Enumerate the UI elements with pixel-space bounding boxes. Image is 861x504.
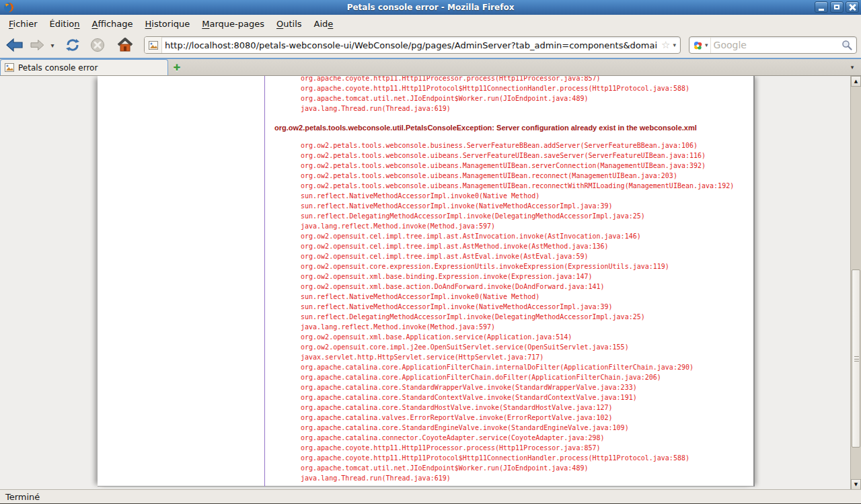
chevron-down-icon: ▾ xyxy=(50,42,54,49)
stack-trace-line: java.lang.Thread.run(Thread.java:619) xyxy=(265,103,753,114)
tab-petals-console-error[interactable]: Petals console error xyxy=(0,59,168,75)
forward-button[interactable] xyxy=(27,34,47,56)
menu-item-edition[interactable]: Édition xyxy=(44,17,86,31)
scroll-up-button[interactable]: ▲ xyxy=(851,76,861,87)
stack-trace-line: org.ow2.opensuit.core.impl.j2ee.OpenSuit… xyxy=(265,342,753,352)
stack-trace-line: org.ow2.petals.tools.webconsole.uibeans.… xyxy=(265,161,753,171)
stack-trace-line: sun.reflect.DelegatingMethodAccessorImpl… xyxy=(265,312,753,322)
back-history-dropdown[interactable]: ▾ xyxy=(47,34,58,56)
search-bar[interactable]: ▾ xyxy=(689,36,857,54)
stack-trace-line: sun.reflect.NativeMethodAccessorImpl.inv… xyxy=(265,191,753,201)
stack-trace-line: org.ow2.opensuit.xml.base.Application.se… xyxy=(265,332,753,342)
back-button[interactable] xyxy=(3,34,27,56)
back-arrow-icon xyxy=(6,38,24,52)
stack-trace-line: org.ow2.petals.tools.webconsole.uibeans.… xyxy=(265,171,753,181)
menu-item-aide[interactable]: Aide xyxy=(308,17,340,31)
menu-item-marque-pages[interactable]: Marque-pages xyxy=(196,17,270,31)
close-icon xyxy=(849,4,856,11)
stack-trace-line: org.apache.catalina.core.StandardContext… xyxy=(265,392,753,403)
minimize-button[interactable] xyxy=(815,1,828,13)
bookmark-star-icon[interactable]: ☆ xyxy=(660,39,671,51)
stack-trace-line: org.apache.coyote.http11.Http11Protocol$… xyxy=(265,453,753,463)
scroll-up-icon: ▲ xyxy=(854,79,858,84)
stack-trace-line: org.ow2.opensuit.xml.base.action.DoAndFo… xyxy=(265,282,753,292)
title-bar[interactable]: Petals console error - Mozilla Firefox xyxy=(0,0,861,15)
menu-bar: FichierÉditionAffichageHistoriqueMarque-… xyxy=(0,15,861,32)
stack-trace-line: org.apache.catalina.connector.CoyoteAdap… xyxy=(265,433,753,443)
stop-button[interactable] xyxy=(86,34,109,56)
url-input[interactable] xyxy=(162,38,660,52)
search-input[interactable] xyxy=(711,38,840,52)
browser-viewport: org.apache.coyote.http11.Http11Processor… xyxy=(0,75,861,489)
search-engine-button[interactable]: ▾ xyxy=(689,37,711,53)
stack-trace-line: sun.reflect.DelegatingMethodAccessorImpl… xyxy=(265,211,753,221)
stop-icon xyxy=(90,38,105,52)
vertical-scrollbar[interactable]: ▲ ▼ xyxy=(850,76,861,489)
stack-trace-line: java.lang.reflect.Method.invoke(Method.j… xyxy=(265,221,753,231)
menu-item-affichage[interactable]: Affichage xyxy=(86,17,139,31)
stack-trace-column: org.apache.coyote.http11.Http11Processor… xyxy=(265,75,753,483)
stack-trace-line: org.ow2.opensuit.core.expression.Express… xyxy=(265,261,753,271)
status-bar: Terminé xyxy=(0,489,861,504)
url-bar[interactable]: ☆ ▾ xyxy=(144,36,681,54)
menu-item-fichier[interactable]: Fichier xyxy=(3,17,44,31)
stack-trace-line: javax.servlet.http.HttpServlet.service(H… xyxy=(265,352,753,362)
scrollbar-thumb[interactable] xyxy=(852,269,860,448)
maximize-button[interactable] xyxy=(830,1,844,13)
scrollbar-grip-icon xyxy=(854,356,859,362)
google-logo-icon xyxy=(693,40,703,50)
stack-trace-line: org.ow2.petals.tools.webconsole.business… xyxy=(265,140,753,151)
home-button[interactable] xyxy=(113,34,137,56)
search-go-button[interactable] xyxy=(840,40,856,50)
stack-trace-line: sun.reflect.NativeMethodAccessorImpl.inv… xyxy=(265,292,753,302)
tab-list-dropdown[interactable]: ▾ xyxy=(846,59,858,75)
stack-trace-line: org.apache.catalina.valves.ErrorReportVa… xyxy=(265,413,753,423)
reload-button[interactable] xyxy=(61,34,85,56)
tab-bar: Petals console error ✚ ▾ xyxy=(0,59,861,75)
new-tab-button[interactable]: ✚ xyxy=(168,59,186,75)
stack-trace-line: org.apache.coyote.http11.Http11Processor… xyxy=(265,75,753,83)
magnifier-icon xyxy=(841,40,852,50)
stack-trace-line: org.ow2.petals.tools.webconsole.uibeans.… xyxy=(265,151,753,161)
stack-trace-line: java.lang.reflect.Method.invoke(Method.j… xyxy=(265,322,753,332)
stack-trace-line: org.ow2.opensuit.xml.base.binding.Expres… xyxy=(265,271,753,282)
menu-item-historique[interactable]: Historique xyxy=(139,17,196,31)
reload-icon xyxy=(65,37,81,53)
close-button[interactable] xyxy=(846,1,859,13)
menu-item-outils[interactable]: Outils xyxy=(270,17,308,31)
stack-trace-line: org.ow2.opensuit.cel.impl.tree.impl.ast.… xyxy=(265,231,753,241)
stack-trace-line: org.apache.catalina.core.ApplicationFilt… xyxy=(265,362,753,372)
scroll-down-icon: ▼ xyxy=(854,482,858,487)
error-page-content: org.apache.coyote.http11.Http11Processor… xyxy=(98,76,755,487)
chevron-down-icon: ▾ xyxy=(851,64,854,71)
maximize-icon xyxy=(834,5,839,9)
plus-icon: ✚ xyxy=(174,62,181,73)
home-icon xyxy=(117,38,133,52)
tab-title: Petals console error xyxy=(18,63,98,73)
search-engine-dropdown-icon: ▾ xyxy=(705,42,708,48)
broken-image-icon xyxy=(149,41,158,50)
stack-trace-line: org.apache.catalina.core.StandardEngineV… xyxy=(265,423,753,433)
url-dropdown-icon[interactable]: ▾ xyxy=(671,42,680,48)
stack-trace-line: org.apache.coyote.http11.Http11Processor… xyxy=(265,443,753,453)
navigation-toolbar: ▾ ☆ ▾ xyxy=(0,32,861,59)
exception-message: org.ow2.petals.tools.webconsole.util.Pet… xyxy=(265,123,753,132)
stack-trace-main-group: org.ow2.petals.tools.webconsole.business… xyxy=(265,140,753,483)
status-text: Terminé xyxy=(5,492,40,502)
window-title: Petals console error - Mozilla Firefox xyxy=(0,3,861,12)
stack-trace-line: sun.reflect.NativeMethodAccessorImpl.inv… xyxy=(265,302,753,312)
stack-trace-line: org.apache.tomcat.util.net.JIoEndpoint$W… xyxy=(265,93,753,103)
stack-trace-line: sun.reflect.NativeMethodAccessorImpl.inv… xyxy=(265,201,753,211)
minimize-icon xyxy=(819,9,824,11)
page-favicon xyxy=(145,37,162,53)
stack-trace-line: org.apache.catalina.core.StandardWrapper… xyxy=(265,382,753,392)
tab-favicon-broken-image-icon xyxy=(5,63,14,72)
stack-trace-line: org.apache.catalina.core.StandardHostVal… xyxy=(265,403,753,413)
stack-trace-line: org.ow2.opensuit.cel.impl.tree.impl.ast.… xyxy=(265,251,753,261)
scroll-down-button[interactable]: ▼ xyxy=(851,479,861,489)
stack-trace-line: org.apache.catalina.core.ApplicationFilt… xyxy=(265,372,753,382)
stack-trace-line: org.ow2.petals.tools.webconsole.uibeans.… xyxy=(265,181,753,191)
forward-arrow-icon xyxy=(30,39,44,51)
stack-trace-line: org.ow2.opensuit.cel.impl.tree.impl.ast.… xyxy=(265,241,753,251)
stack-trace-line: java.lang.Thread.run(Thread.java:619) xyxy=(265,473,753,483)
